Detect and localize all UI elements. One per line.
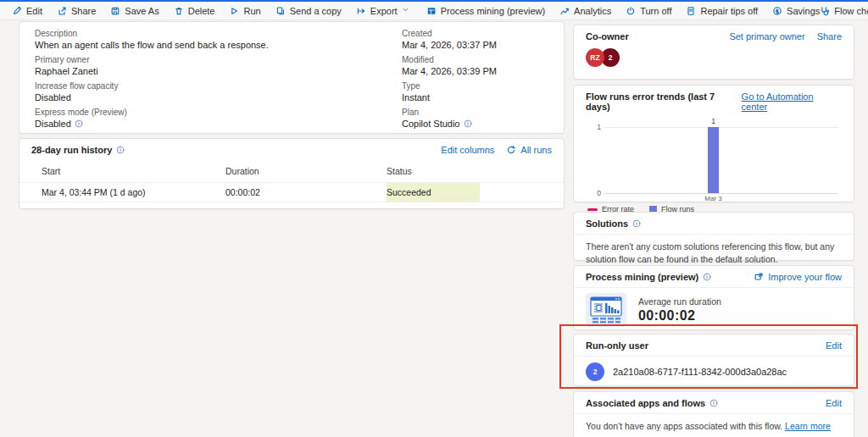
co-owner-card: Co-owner Set primary owner Share RZ 2 bbox=[573, 25, 854, 80]
associated-apps-title: Associated apps and flows bbox=[586, 398, 718, 408]
run-history-title-text: 28-day run history bbox=[31, 145, 112, 155]
power-icon bbox=[626, 6, 636, 16]
primary-owner-value: Raphael Zaneti bbox=[35, 66, 402, 76]
details-left-column: Description When an agent calls the flow… bbox=[35, 29, 402, 126]
share-link[interactable]: Share bbox=[817, 31, 842, 41]
run-only-user-header: Run-only user Edit bbox=[574, 335, 854, 356]
description-label: Description bbox=[35, 29, 402, 38]
avatar[interactable]: 2 bbox=[586, 362, 604, 381]
pencil-icon bbox=[12, 6, 22, 16]
toolbar-share-button[interactable]: Share bbox=[57, 6, 96, 16]
express-mode-value-text: Disabled bbox=[35, 119, 71, 129]
bar-value-label: 1 bbox=[704, 117, 722, 125]
savings-icon bbox=[772, 6, 782, 16]
learn-more-link[interactable]: Learn more bbox=[785, 420, 831, 433]
run-only-user-body: 2 2a210a08-6717-f111-8342-000d3a0a28ac bbox=[574, 357, 854, 387]
metric-label: Average run duration bbox=[638, 296, 721, 307]
run-history-title: 28-day run history bbox=[31, 145, 125, 155]
run-start-cell[interactable]: Mar 4, 03:44 PM (1 d ago) bbox=[42, 183, 225, 202]
play-icon bbox=[229, 6, 239, 16]
run-status-badge: Succeeded bbox=[387, 183, 480, 202]
process-mining-icon bbox=[426, 6, 437, 16]
toolbar-export-label: Export bbox=[370, 6, 398, 16]
flow-checker-button[interactable]: Flow checker bbox=[820, 6, 868, 16]
toolbar-repair-tips-button[interactable]: Repair tips off bbox=[686, 6, 758, 16]
field-express-mode: Express mode (Preview) Disabled bbox=[35, 108, 402, 129]
improve-your-flow-link[interactable]: Improve your flow bbox=[754, 272, 842, 282]
run-history-column-headers: Start Duration Status bbox=[19, 160, 564, 182]
refresh-icon bbox=[506, 145, 516, 155]
copy-icon bbox=[275, 6, 286, 16]
toolbar-edit-button[interactable]: Edit bbox=[12, 6, 42, 16]
run-history-card: 28-day run history Edit columns All runs… bbox=[19, 138, 565, 209]
run-only-user-card: Run-only user Edit 2 2a210a08-6717-f111-… bbox=[573, 334, 854, 386]
toolbar-savings-label: Savings bbox=[787, 6, 820, 16]
command-bar-right: Flow checker bbox=[820, 6, 868, 16]
flow-details-card: Description When an agent calls the flow… bbox=[19, 21, 565, 134]
info-icon[interactable] bbox=[703, 273, 711, 281]
metric-value: 00:00:02 bbox=[638, 308, 721, 324]
avatar[interactable]: RZ bbox=[586, 48, 604, 67]
details-right-column: Created Mar 4, 2026, 03:37 PM Modified M… bbox=[402, 29, 497, 126]
command-bar-left: Edit Share Save As Delete Run Send a cop… bbox=[12, 6, 820, 16]
process-mining-title: Process mining (preview) bbox=[586, 272, 711, 282]
field-description: Description When an agent calls the flow… bbox=[35, 29, 402, 50]
trash-icon bbox=[174, 6, 184, 16]
toolbar-turn-off-button[interactable]: Turn off bbox=[626, 6, 671, 16]
plan-value: Copilot Studio bbox=[402, 119, 497, 129]
toolbar-share-label: Share bbox=[71, 6, 96, 16]
solutions-title-text: Solutions bbox=[586, 218, 628, 229]
flow-runs-bar[interactable] bbox=[708, 127, 719, 193]
set-primary-owner-link[interactable]: Set primary owner bbox=[729, 31, 804, 41]
increase-flow-capacity-label: Increase flow capacity bbox=[35, 81, 402, 91]
all-runs-link[interactable]: All runs bbox=[506, 145, 552, 155]
associated-apps-body: You don't have any apps associated with … bbox=[574, 414, 854, 437]
associated-apps-header: Associated apps and flows Edit bbox=[574, 392, 854, 413]
co-owner-header: Co-owner Set primary owner Share bbox=[574, 25, 854, 47]
process-mining-header: Process mining (preview) Improve your fl… bbox=[574, 266, 854, 287]
error-trends-header: Flow runs error trends (last 7 days) Go … bbox=[574, 86, 854, 117]
toolbar-delete-button[interactable]: Delete bbox=[174, 6, 215, 16]
column-header-start[interactable]: Start bbox=[42, 166, 225, 176]
run-history-actions: Edit columns All runs bbox=[441, 145, 552, 155]
plan-label: Plan bbox=[402, 108, 497, 117]
column-header-duration[interactable]: Duration bbox=[225, 166, 387, 176]
toolbar-analytics-label: Analytics bbox=[574, 6, 611, 16]
info-icon[interactable] bbox=[75, 119, 83, 128]
column-header-status[interactable]: Status bbox=[387, 166, 412, 176]
toolbar-process-mining-button[interactable]: Process mining (preview) bbox=[426, 6, 545, 16]
associated-apps-edit-link[interactable]: Edit bbox=[826, 398, 842, 408]
increase-flow-capacity-value: Disabled bbox=[35, 92, 402, 102]
y-axis-tick-0: 0 bbox=[591, 189, 601, 197]
info-icon[interactable] bbox=[709, 399, 718, 407]
toolbar-save-as-button[interactable]: Save As bbox=[110, 6, 159, 16]
toolbar-run-button[interactable]: Run bbox=[229, 6, 260, 16]
x-axis-tick-label: Mar 3 bbox=[694, 195, 732, 202]
field-created: Created Mar 4, 2026, 03:37 PM bbox=[402, 29, 497, 50]
created-value: Mar 4, 2026, 03:37 PM bbox=[402, 40, 497, 50]
created-label: Created bbox=[402, 29, 497, 38]
run-history-header: 28-day run history Edit columns All runs bbox=[19, 139, 564, 160]
command-bar: Edit Share Save As Delete Run Send a cop… bbox=[0, 2, 868, 20]
share-icon bbox=[57, 6, 67, 16]
solutions-card: Solutions There aren't any custom soluti… bbox=[573, 212, 854, 261]
type-value: Instant bbox=[402, 92, 497, 102]
process-mining-body: Average run duration 00:00:02 bbox=[574, 288, 854, 332]
toolbar-send-a-copy-button[interactable]: Send a copy bbox=[275, 6, 342, 16]
info-icon[interactable] bbox=[464, 119, 472, 128]
run-only-user-edit-link[interactable]: Edit bbox=[826, 340, 842, 351]
automation-center-link[interactable]: Go to Automation center bbox=[742, 91, 842, 112]
info-icon[interactable] bbox=[116, 146, 125, 154]
associated-apps-title-text: Associated apps and flows bbox=[586, 398, 705, 408]
toolbar-savings-button[interactable]: Savings bbox=[772, 6, 820, 16]
plan-value-text: Copilot Studio bbox=[402, 119, 460, 129]
toolbar-export-button[interactable]: Export bbox=[356, 6, 412, 16]
y-axis-tick-1: 1 bbox=[591, 123, 601, 131]
error-trends-title: Flow runs error trends (last 7 days) bbox=[586, 91, 742, 112]
edit-columns-link[interactable]: Edit columns bbox=[441, 145, 494, 155]
info-icon[interactable] bbox=[632, 219, 641, 228]
process-mining-thumbnail bbox=[586, 293, 626, 327]
table-row[interactable]: Mar 4, 03:44 PM (1 d ago) 00:00:02 Succe… bbox=[19, 182, 564, 202]
primary-owner-label: Primary owner bbox=[35, 55, 402, 64]
toolbar-analytics-button[interactable]: Analytics bbox=[559, 6, 611, 16]
